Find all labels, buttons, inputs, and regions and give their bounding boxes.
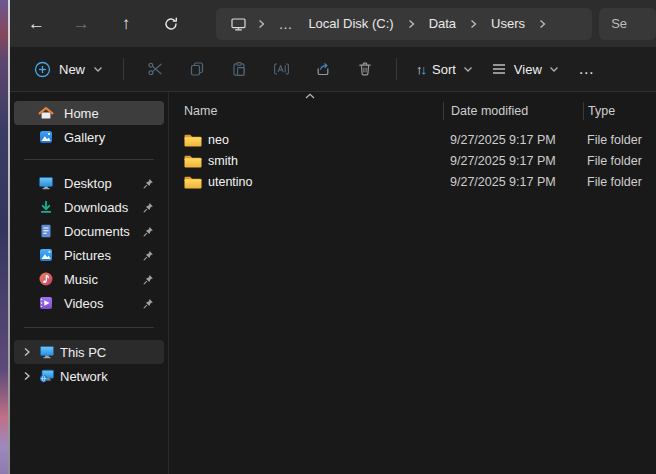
sidebar-item-downloads[interactable]: Downloads	[14, 195, 164, 219]
sidebar-item-label: Videos	[64, 296, 104, 311]
sort-button-label: Sort	[432, 62, 456, 77]
cut-button[interactable]	[134, 52, 176, 86]
sort-button[interactable]: ↑↓ Sort	[407, 52, 482, 86]
file-row-neo[interactable]: neo 9/27/2025 9:17 PM File folder	[169, 129, 656, 150]
pictures-icon	[38, 247, 54, 263]
desktop-icon	[38, 175, 54, 191]
chevron-right-icon[interactable]	[20, 370, 34, 382]
file-type: File folder	[583, 154, 656, 168]
file-list-area: Name Date modified Type	[168, 92, 656, 474]
share-button[interactable]	[302, 52, 344, 86]
back-button[interactable]: ←	[20, 7, 53, 41]
downloads-icon	[38, 199, 54, 215]
toolbar-divider	[396, 58, 397, 80]
file-explorer-window: ← → ↑	[10, 0, 656, 474]
column-header-row: Name Date modified Type	[169, 99, 656, 123]
breadcrumb-local-disk-c[interactable]: Local Disk (C:)	[301, 16, 400, 31]
file-type: File folder	[583, 133, 656, 147]
forward-icon: →	[73, 14, 90, 34]
content-area: Home Gallery	[10, 92, 656, 474]
this-pc-monitor-icon	[226, 16, 251, 32]
paste-button[interactable]	[218, 52, 260, 86]
chevron-right-icon[interactable]	[403, 19, 420, 29]
breadcrumb-overflow-button[interactable]: …	[272, 16, 299, 32]
sort-arrows-icon: ↑↓	[416, 62, 425, 77]
file-date-modified: 9/27/2025 9:17 PM	[443, 133, 583, 147]
pin-icon	[142, 297, 155, 310]
sidebar-item-pictures[interactable]: Pictures	[14, 243, 164, 267]
toolbar-divider	[123, 58, 124, 80]
sidebar-item-label: Documents	[64, 224, 130, 239]
desktop-background-sliver	[0, 0, 8, 474]
file-row-smith[interactable]: smith 9/27/2025 9:17 PM File folder	[169, 150, 656, 171]
chevron-right-icon[interactable]	[20, 346, 34, 358]
file-name: smith	[208, 154, 238, 168]
refresh-icon	[163, 16, 179, 32]
view-button[interactable]: View	[482, 52, 568, 86]
back-icon: ←	[28, 14, 45, 34]
sidebar-item-videos[interactable]: Videos	[14, 291, 164, 315]
breadcrumb-users[interactable]: Users	[484, 16, 532, 31]
rename-icon	[273, 61, 290, 77]
refresh-button[interactable]	[155, 7, 188, 41]
column-header-label: Name	[184, 104, 217, 118]
folder-icon	[184, 133, 202, 147]
chevron-down-icon	[93, 66, 103, 73]
chevron-right-icon[interactable]	[534, 19, 551, 29]
up-icon: ↑	[122, 14, 131, 34]
copy-button[interactable]	[176, 52, 218, 86]
sidebar-divider	[24, 159, 154, 160]
sidebar-item-gallery[interactable]: Gallery	[14, 125, 164, 149]
sidebar-item-label: Home	[64, 106, 99, 121]
chevron-down-icon	[549, 66, 559, 73]
chevron-right-icon[interactable]	[465, 19, 482, 29]
file-date-modified: 9/27/2025 9:17 PM	[443, 154, 583, 168]
sidebar-item-desktop[interactable]: Desktop	[14, 171, 164, 195]
sidebar-item-label: Network	[60, 369, 108, 384]
up-button[interactable]: ↑	[110, 7, 143, 41]
sidebar-item-label: Downloads	[64, 200, 128, 215]
new-button[interactable]: New	[24, 52, 113, 86]
delete-button[interactable]	[344, 52, 386, 86]
view-button-label: View	[514, 62, 542, 77]
search-input[interactable]: Se	[599, 8, 656, 40]
network-icon	[39, 368, 55, 384]
see-more-button[interactable]: …	[568, 52, 606, 86]
documents-icon	[38, 223, 54, 239]
column-header-date-modified[interactable]: Date modified	[443, 102, 583, 120]
sidebar-item-this-pc[interactable]: This PC	[14, 340, 164, 364]
folder-icon	[184, 175, 202, 189]
folder-icon	[184, 154, 202, 168]
chevron-down-icon	[463, 66, 473, 73]
trash-icon	[357, 61, 373, 77]
music-icon	[38, 271, 54, 287]
new-button-label: New	[59, 62, 85, 77]
sidebar-divider	[24, 327, 154, 328]
address-bar[interactable]: … Local Disk (C:) Data Users	[216, 8, 592, 40]
chevron-right-icon[interactable]	[253, 19, 270, 29]
sidebar-item-music[interactable]: Music	[14, 267, 164, 291]
forward-button[interactable]: →	[65, 7, 98, 41]
sidebar-item-network[interactable]: Network	[14, 364, 164, 388]
column-header-label: Type	[588, 104, 615, 118]
copy-icon	[189, 61, 205, 77]
this-pc-icon	[39, 344, 55, 360]
videos-icon	[38, 295, 54, 311]
file-rows: neo 9/27/2025 9:17 PM File folder	[169, 129, 656, 192]
sidebar-item-label: Desktop	[64, 176, 112, 191]
navigation-bar: ← → ↑	[10, 0, 656, 47]
screen: ← → ↑	[0, 0, 656, 474]
file-row-utentino[interactable]: utentino 9/27/2025 9:17 PM File folder	[169, 171, 656, 192]
pin-icon	[142, 177, 155, 190]
sidebar-item-home[interactable]: Home	[14, 101, 164, 125]
sidebar-item-label: This PC	[60, 345, 106, 360]
column-header-name[interactable]: Name	[169, 104, 443, 118]
gallery-icon	[38, 129, 54, 145]
view-lines-icon	[491, 62, 507, 76]
column-header-type[interactable]: Type	[583, 102, 656, 120]
breadcrumb-data[interactable]: Data	[422, 16, 463, 31]
sidebar-item-documents[interactable]: Documents	[14, 219, 164, 243]
search-text: Se	[611, 16, 627, 31]
sidebar-item-label: Pictures	[64, 248, 111, 263]
rename-button[interactable]	[260, 52, 302, 86]
